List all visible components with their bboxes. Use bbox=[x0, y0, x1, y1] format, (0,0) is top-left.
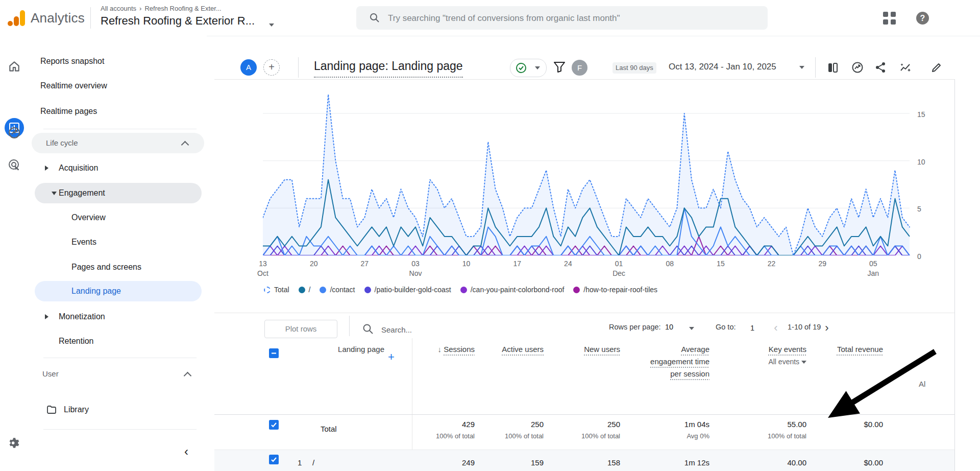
sidebar-item-overview[interactable]: Overview bbox=[28, 207, 250, 228]
sidebar-item-engagement[interactable]: Engagement bbox=[35, 183, 202, 203]
x-tick-month: Nov bbox=[404, 269, 427, 277]
column-header-active-users[interactable]: Active users bbox=[498, 343, 544, 356]
legend-swatch-dashed bbox=[264, 287, 271, 293]
breadcrumb-all-accounts[interactable]: All accounts bbox=[101, 5, 136, 12]
property-selector[interactable]: Refresh Roofing & Exterior R... bbox=[101, 14, 255, 28]
total-key-sub: 100% of total bbox=[725, 432, 806, 440]
x-tick-day: 20 bbox=[303, 260, 325, 268]
column-header-avg-engagement[interactable]: Average engagement time per session bbox=[648, 343, 709, 380]
user-avatar[interactable]: T bbox=[945, 7, 966, 29]
scroll-edge-divider bbox=[954, 79, 955, 471]
date-preset-chip[interactable]: Last 90 days bbox=[612, 62, 656, 74]
table-search-icon[interactable] bbox=[362, 323, 374, 335]
share-icon[interactable] bbox=[874, 61, 887, 74]
y-tick-label: 5 bbox=[917, 205, 933, 213]
y-tick-label: 0 bbox=[917, 252, 933, 261]
rows-per-page-select[interactable]: 10 bbox=[665, 323, 673, 331]
select-all-checkbox-indeterminate[interactable] bbox=[269, 348, 279, 358]
sidebar-item-reports-snapshot[interactable]: Reports snapshot bbox=[28, 51, 219, 72]
row-checkbox-total[interactable] bbox=[269, 420, 279, 430]
sidebar-section-life-cycle[interactable]: Life cycle bbox=[32, 133, 204, 153]
legend-item-colorbond: /can-you-paint-colorbond-roof bbox=[460, 286, 565, 294]
add-comparison-button[interactable]: + bbox=[263, 59, 280, 76]
column-header-landing-page[interactable]: Landing page bbox=[323, 343, 384, 356]
row1-avg-engagement: 1m 12s bbox=[628, 458, 709, 467]
insights-icon[interactable] bbox=[899, 61, 912, 74]
sidebar-section-user[interactable]: User bbox=[28, 364, 207, 384]
total-key-events: 55.00 bbox=[725, 420, 806, 429]
next-page-icon[interactable]: › bbox=[820, 321, 834, 335]
sidebar-item-acquisition[interactable]: Acquisition bbox=[28, 158, 207, 178]
divider bbox=[43, 129, 197, 129]
total-revenue: $0.00 bbox=[801, 420, 883, 429]
sidebar-item-events[interactable]: Events bbox=[28, 232, 250, 252]
column-header-total-revenue[interactable]: Total revenue bbox=[832, 343, 883, 356]
breadcrumb-property[interactable]: Refresh Roofing & Exter... bbox=[144, 5, 221, 12]
column-header-sessions[interactable]: ↓ Sessions bbox=[403, 343, 475, 356]
advertising-icon[interactable] bbox=[8, 158, 21, 172]
ga4-landing-page-report: Analytics All accounts›Refresh Roofing &… bbox=[0, 0, 980, 471]
global-search[interactable] bbox=[356, 6, 768, 30]
expand-icon[interactable] bbox=[45, 314, 48, 319]
column-header-key-events[interactable]: Key events All events bbox=[735, 343, 806, 368]
workspace-avatar[interactable]: A bbox=[240, 59, 257, 76]
sidebar-item-realtime-pages[interactable]: Realtime pages bbox=[28, 101, 219, 122]
sidebar-item-realtime-overview[interactable]: Realtime overview bbox=[28, 76, 219, 96]
rows-per-page-label: Rows per page: bbox=[609, 323, 661, 331]
compare-report-icon[interactable] bbox=[826, 61, 839, 74]
legend-swatch bbox=[573, 287, 580, 293]
collapse-section-icon[interactable] bbox=[181, 141, 189, 149]
x-tick-day: 13 bbox=[252, 260, 274, 268]
x-tick-day: 03 bbox=[404, 260, 427, 268]
property-caret-icon[interactable] bbox=[269, 23, 274, 27]
google-apps-grid-icon[interactable] bbox=[883, 12, 896, 25]
row1-index: 1 bbox=[298, 458, 302, 467]
column-header-new-users[interactable]: New users bbox=[579, 343, 620, 356]
legend-item-total: Total bbox=[264, 286, 289, 294]
filter-funnel-icon[interactable] bbox=[553, 60, 566, 74]
legend-swatch bbox=[320, 287, 326, 293]
sidebar-item-library[interactable]: Library bbox=[28, 399, 207, 420]
sidebar-item-landing-page-selected[interactable]: Landing page bbox=[35, 281, 202, 301]
date-caret-icon[interactable] bbox=[799, 66, 804, 69]
legend-swatch bbox=[364, 287, 371, 293]
sidebar-item-retention[interactable]: Retention bbox=[28, 331, 237, 351]
edit-pencil-icon[interactable] bbox=[930, 61, 943, 74]
help-icon[interactable]: ? bbox=[916, 12, 929, 25]
goto-label: Go to: bbox=[716, 323, 736, 331]
row1-key-events: 40.00 bbox=[725, 458, 806, 467]
key-events-filter[interactable]: All events bbox=[768, 358, 806, 366]
global-search-input[interactable] bbox=[387, 8, 756, 29]
reports-sidebar: Reports snapshot Realtime overview Realt… bbox=[28, 36, 207, 471]
row-checkbox-1[interactable] bbox=[269, 455, 279, 464]
filter-avatar[interactable]: F bbox=[572, 60, 587, 76]
product-name: Analytics bbox=[31, 10, 85, 26]
rows-per-page-caret-icon[interactable] bbox=[689, 327, 694, 330]
collapse-icon[interactable] bbox=[52, 192, 57, 195]
data-quality-badge[interactable] bbox=[510, 59, 547, 77]
sidebar-item-pages-and-screens[interactable]: Pages and screens bbox=[28, 257, 250, 277]
report-title[interactable]: Landing page: Landing page bbox=[314, 59, 463, 78]
y-tick-label: 10 bbox=[917, 158, 933, 166]
prev-page-icon: ‹ bbox=[769, 321, 783, 335]
add-dimension-icon[interactable]: + bbox=[388, 350, 395, 364]
analytics-logo-icon[interactable] bbox=[7, 9, 27, 28]
left-nav-rail bbox=[0, 36, 29, 471]
collapse-section-icon[interactable] bbox=[184, 372, 192, 380]
plot-rows-button[interactable]: Plot rows bbox=[264, 320, 337, 338]
breadcrumb[interactable]: All accounts›Refresh Roofing & Exter... bbox=[101, 5, 222, 12]
goto-page-input[interactable] bbox=[741, 320, 764, 336]
badge-caret-icon[interactable] bbox=[535, 66, 540, 69]
sidebar-item-monetization[interactable]: Monetization bbox=[28, 307, 207, 327]
expand-icon[interactable] bbox=[45, 166, 48, 171]
explore-icon[interactable] bbox=[8, 126, 21, 139]
collapse-sidebar-icon[interactable]: ‹ bbox=[179, 444, 194, 460]
home-icon[interactable] bbox=[8, 60, 21, 73]
admin-gear-icon[interactable] bbox=[8, 436, 21, 450]
date-range-selector[interactable]: Oct 13, 2024 - Jan 10, 2025 bbox=[669, 62, 776, 72]
legend-swatch bbox=[299, 287, 305, 293]
search-icon bbox=[370, 13, 380, 23]
table-search-input[interactable] bbox=[380, 320, 535, 339]
benchmark-icon[interactable] bbox=[851, 61, 864, 74]
chart-canvas bbox=[263, 95, 911, 255]
